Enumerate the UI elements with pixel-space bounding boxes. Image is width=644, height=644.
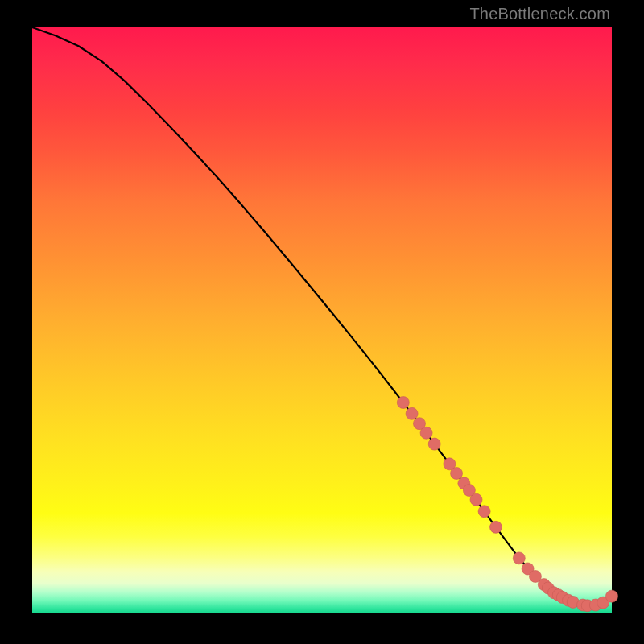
watermark-text: TheBottleneck.com: [469, 5, 610, 23]
curve-marker: [606, 590, 618, 602]
chart-frame: TheBottleneck.com: [0, 0, 644, 644]
curve-layer: [32, 27, 612, 613]
curve-marker: [470, 493, 482, 506]
curve-markers: [397, 397, 617, 612]
curve-marker: [406, 407, 418, 419]
curve-marker: [490, 521, 502, 533]
curve-marker: [451, 467, 463, 479]
bottleneck-curve: [32, 27, 612, 605]
curve-marker: [420, 427, 432, 439]
plot-area: [32, 27, 612, 613]
curve-marker: [397, 397, 409, 409]
curve-marker: [478, 506, 490, 518]
curve-marker: [428, 438, 440, 450]
curve-marker: [513, 552, 525, 564]
